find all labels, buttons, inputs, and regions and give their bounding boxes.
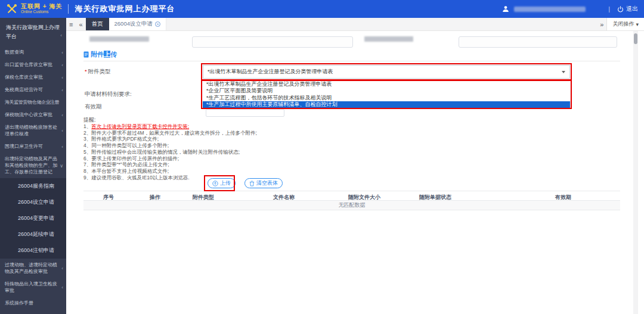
notice-item: 6、要求上传复印件的可上传原件的扫描件; [83, 156, 417, 162]
clipped-validity-input[interactable] [206, 109, 284, 117]
sidebar-item-special-items-quarantine[interactable]: 特殊物品出入境卫生检疫审批‹ [0, 278, 66, 297]
chevron-down-icon [562, 71, 565, 73]
attachment-section-title: 附件上传 [83, 50, 117, 59]
chevron-left-icon: ‹ [61, 49, 63, 55]
close-tab-icon[interactable]: × [155, 21, 160, 27]
chevron-left-icon: ‹ [61, 265, 63, 272]
user-avatar-icon [502, 5, 509, 13]
attachment-type-label: *附件类型 [85, 68, 111, 76]
notice-list: 1、首次上传请先到登录页面下载卡控件并安装; 2、附件大小要求不超过4M，如果文… [83, 123, 417, 181]
logout-label: 退出 [626, 5, 638, 13]
col-filename: 文件名称 [273, 194, 295, 201]
tab-bar: ≡ « 首页 26004设立申请 × » 关闭操作 ▾ [66, 18, 644, 31]
sidebar-nav: 海关行政审批网上办理平台 ‹ 数据查询‹ 出口监管仓库设立审批‹ 保税仓库设立审… [0, 18, 66, 314]
top-header: 互联网 + 海关 Online Customs 海关行政审批网上办理平台 | 退… [0, 0, 644, 18]
chevron-left-icon: ‹ [61, 111, 63, 118]
sidebar-item-bonded-warehouse[interactable]: 保税仓库设立审批‹ [0, 71, 66, 83]
chevron-left-icon: ‹ [61, 86, 63, 93]
sidebar-item-system-manual[interactable]: 系统操作手册 [0, 297, 66, 309]
chevron-left-icon: ‹ [60, 31, 62, 40]
col-validity: 有效期 [555, 194, 571, 201]
sidebar-item-quarantine-treatment-unit[interactable]: 进出境动植物检疫除害处理单位核准‹ [0, 121, 66, 140]
table-empty-row: 无匹配数据 [83, 201, 620, 210]
sidebar-subitem-26004-service-guide[interactable]: 26004服务指南 [0, 178, 66, 194]
trash-icon [249, 181, 255, 186]
upload-icon [212, 181, 218, 186]
sidebar-item-export-warehouse[interactable]: 出口监管仓库设立审批‹ [0, 58, 66, 71]
power-icon [617, 6, 624, 13]
document-icon [83, 51, 89, 58]
section-divider [83, 61, 620, 61]
attachment-type-options: *出境竹木草制品生产企业注册登记及分类管理申请表 *企业厂区平面图及简要说明 *… [203, 81, 570, 108]
redacted-field-label [364, 36, 413, 42]
attachment-type-select[interactable]: *出境竹木草制品生产企业注册登记及分类管理申请表 [203, 65, 570, 79]
chevron-left-icon: ‹ [61, 284, 63, 291]
sidebar-subitem-26004-renewal[interactable]: 26004延续申请 [0, 226, 66, 243]
header-divider [68, 4, 69, 14]
sidebar-item-duty-free-shop[interactable]: 免税商店经营许可‹ [0, 83, 66, 96]
sidebar-item-26004-registration-group[interactable]: 出境特定动植物及其产品和其他检疫物的生产、加工、存放单位注册登记∨ [0, 153, 66, 178]
customs-crossed-keys-icon [6, 3, 18, 15]
clear-table-button[interactable]: 清空表体 [244, 178, 283, 188]
option-registration-form[interactable]: *出境竹木草制品生产企业注册登记及分类管理申请表 [203, 81, 570, 88]
sidebar-item-supervised-goods-storage[interactable]: 海关监管货物仓储企业注册 [0, 96, 66, 108]
col-doc-status: 随附单据状态 [419, 194, 451, 201]
redacted-field-label [89, 36, 149, 42]
content-panel: 附件上传 *附件类型 *出境竹木草制品生产企业注册登记及分类管理申请表 *出境竹… [66, 31, 644, 314]
col-action: 操作 [150, 194, 160, 201]
tab-26004-establish[interactable]: 26004设立申请 × [109, 18, 166, 30]
chevron-left-icon: ‹ [61, 61, 63, 68]
close-operations-dropdown[interactable]: 关闭操作 ▾ [606, 18, 644, 30]
hamburger-menu-icon[interactable]: ≡ [66, 18, 76, 30]
tab-home[interactable]: 首页 [86, 18, 109, 30]
header-pipe-divider: | [608, 5, 610, 13]
sidebar-item-transit-animals-quarantine[interactable]: 过境动物、进境特定动植物及其产品检疫审批‹ [0, 259, 66, 278]
clipped-input-field[interactable] [192, 36, 353, 48]
vertical-scrollbar[interactable] [633, 31, 638, 314]
chevron-left-icon: ‹ [61, 143, 63, 150]
logo-subtitle: Online Customs [21, 10, 62, 14]
col-filesize: 随附文件大小 [348, 194, 380, 201]
sidebar-subitem-26004-establish[interactable]: 26004设立申请 [0, 194, 66, 210]
chevron-left-icon: ‹ [61, 74, 63, 80]
notice-item: 5、附件传输过程中会出现传输失败的情况，请随时关注附件传输状态; [83, 149, 417, 156]
caret-down-icon: ▾ [636, 21, 639, 27]
sidebar-item-port-hygiene-license[interactable]: 国境口岸卫生许可‹ [0, 140, 66, 153]
notice-item: 7、附件类型带“*”号的为必须上传文件; [83, 161, 417, 168]
option-factory-plan[interactable]: *企业厂区平面图及简要说明 [203, 88, 570, 94]
chevron-left-icon: ‹ [61, 128, 63, 134]
sidebar-item-bonded-logistics-center[interactable]: 保税物流中心设立审批‹ [0, 108, 66, 121]
notice-item: 2、附件大小要求不超过4M，如果文件过大，建议将文件拆分，上传多个附件; [83, 130, 417, 136]
logo: 互联网 + 海关 Online Customs [6, 3, 62, 15]
logout-button[interactable]: 退出 [617, 5, 638, 13]
notice-item: 4、同一种附件类型可以上传多个附件; [83, 142, 417, 149]
sidebar-submenu-26004: 26004服务指南 26004设立申请 26004变更申请 26004延续申请 … [0, 178, 66, 259]
special-requirements-label: 申请材料特别要求: [85, 91, 132, 98]
option-raw-material-list[interactable]: *生产加工过程中所使用主要原辅料清单、自检自控计划 [203, 101, 570, 108]
username-redacted [514, 7, 586, 12]
main-area: ≡ « 首页 26004设立申请 × » 关闭操作 ▾ [66, 18, 644, 314]
col-seq: 序号 [103, 194, 114, 201]
sidebar-item-data-query[interactable]: 数据查询‹ [0, 46, 66, 58]
attachment-table: 序号 操作 附件类型 文件名称 随附文件大小 随附单据状态 有效期 无匹配数据 [83, 191, 620, 210]
app-title: 海关行政审批网上办理平台 [75, 4, 175, 14]
scrollbar-thumb[interactable] [634, 33, 637, 44]
option-process-flowchart[interactable]: *生产工艺流程图，包括各环节的技术指标及相关说明 [203, 95, 570, 101]
notice-item: 3、附件格式要求为PDF格式文件; [83, 136, 417, 142]
selected-text: 上 [104, 51, 110, 58]
expand-tabs-icon[interactable]: » [597, 18, 606, 30]
col-type: 附件类型 [193, 194, 214, 201]
sidebar-subitem-26004-cancel[interactable]: 26004注销申请 [0, 243, 66, 259]
sidebar-subitem-26004-change[interactable]: 26004变更申请 [0, 210, 66, 226]
notice-item: 1、首次上传请先到登录页面下载卡控件并安装; [83, 123, 417, 130]
clipped-input-field[interactable] [459, 36, 617, 48]
validity-label: 有效期 [85, 103, 102, 111]
required-asterisk: * [85, 68, 87, 74]
collapse-tabs-icon[interactable]: « [76, 18, 85, 30]
notice-item: 8、本平台暂不支持上传视频格式文件; [83, 168, 417, 175]
table-header-row: 序号 操作 附件类型 文件名称 随附文件大小 随附单据状态 有效期 [83, 191, 620, 201]
sidebar-root-item[interactable]: 海关行政审批网上办理平台 ‹ [0, 18, 66, 46]
upload-button[interactable]: 上传 [208, 178, 236, 188]
chevron-down-icon: ∨ [60, 162, 63, 169]
